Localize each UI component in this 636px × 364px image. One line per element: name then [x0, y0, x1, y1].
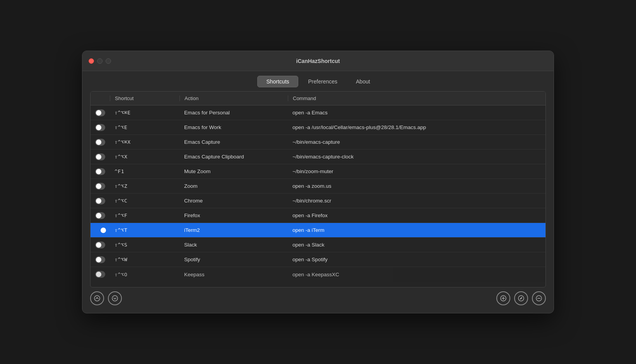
- title-bar: iCanHazShortcut: [82, 51, 554, 71]
- toggle-switch[interactable]: [95, 139, 105, 146]
- tab-preferences[interactable]: Preferences: [300, 76, 346, 87]
- tab-shortcuts[interactable]: Shortcuts: [257, 76, 298, 87]
- edit-button[interactable]: [514, 291, 528, 305]
- action-cell: Emacs Capture Clipboard: [180, 154, 288, 160]
- command-cell: open -a Emacs: [288, 110, 545, 116]
- command-cell: ~/bin/chrome.scr: [288, 198, 545, 204]
- tab-about[interactable]: About: [347, 76, 379, 87]
- toggle-knob: [96, 154, 101, 160]
- arrow-down-icon: [112, 295, 118, 301]
- command-cell: open -a /usr/local/Cellar/emacs-plus@28/…: [288, 124, 545, 130]
- toggle-switch[interactable]: [95, 242, 105, 248]
- shortcut-cell: ⇧^⌥Z: [110, 183, 180, 189]
- window-title: iCanHazShortcut: [296, 58, 340, 64]
- command-cell: open -a KeepassXC: [288, 272, 545, 277]
- svg-point-0: [94, 296, 100, 301]
- col-action: Action: [180, 95, 288, 101]
- maximize-button[interactable]: [106, 58, 111, 64]
- toggle-cell[interactable]: [91, 168, 110, 175]
- table-row[interactable]: ⇧^⌥F Firefox open -a Firefox: [91, 208, 545, 223]
- command-cell: open -a iTerm: [288, 227, 545, 233]
- tab-bar: Shortcuts Preferences About: [82, 71, 554, 91]
- action-cell: Slack: [180, 242, 288, 248]
- toggle-switch[interactable]: [95, 227, 105, 234]
- toggle-cell[interactable]: [91, 256, 110, 263]
- shortcut-cell: ⇧^⌥T: [110, 227, 180, 233]
- toggle-cell[interactable]: [91, 139, 110, 146]
- toggle-switch[interactable]: [95, 212, 105, 219]
- action-cell: iTerm2: [180, 227, 288, 233]
- toggle-knob: [101, 228, 106, 233]
- toggle-knob: [96, 242, 101, 248]
- move-down-button[interactable]: [108, 291, 122, 305]
- command-cell: open -a zoom.us: [288, 183, 545, 189]
- table-row[interactable]: ^F1 Mute Zoom ~/bin/zoom-muter: [91, 164, 545, 179]
- action-cell: Spotify: [180, 257, 288, 262]
- command-cell: open -a Firefox: [288, 213, 545, 218]
- action-cell: Chrome: [180, 198, 288, 204]
- close-button[interactable]: [89, 58, 94, 64]
- table-row[interactable]: ⇧^⌥T iTerm2 open -a iTerm: [91, 223, 545, 238]
- minus-icon: [536, 295, 542, 301]
- shortcut-cell: ⇧^⌥⌘X: [110, 139, 180, 145]
- toggle-cell[interactable]: [91, 183, 110, 190]
- toggle-switch[interactable]: [95, 183, 105, 190]
- table-row[interactable]: ⇧^⌥C Chrome ~/bin/chrome.scr: [91, 194, 545, 208]
- col-command: Command: [288, 95, 545, 101]
- command-cell: ~/bin/emacs-capture-clock: [288, 154, 545, 160]
- toggle-switch[interactable]: [95, 197, 105, 204]
- plus-icon: [500, 295, 506, 301]
- edit-icon: [518, 295, 524, 301]
- table-row[interactable]: ⇧^⌥Z Zoom open -a zoom.us: [91, 179, 545, 194]
- remove-button[interactable]: [532, 291, 546, 305]
- action-cell: Emacs Capture: [180, 139, 288, 145]
- col-shortcut: Shortcut: [110, 95, 180, 101]
- table-row[interactable]: ⇧^⌥⌘E Emacs for Personal open -a Emacs: [91, 105, 545, 120]
- action-cell: Mute Zoom: [180, 168, 288, 174]
- svg-point-5: [518, 296, 524, 301]
- table-body: ⇧^⌥⌘E Emacs for Personal open -a Emacs ⇧…: [91, 105, 545, 282]
- toggle-cell[interactable]: [91, 242, 110, 248]
- toggle-switch[interactable]: [95, 109, 105, 116]
- table-row[interactable]: ⇧^⌥X Emacs Capture Clipboard ~/bin/emacs…: [91, 150, 545, 164]
- toggle-knob: [96, 169, 101, 174]
- table-row[interactable]: ⇧^⌥⌘X Emacs Capture ~/bin/emacs-capture: [91, 135, 545, 150]
- svg-point-1: [112, 296, 118, 301]
- table-row[interactable]: ⇧^⌥E Emacs for Work open -a /usr/local/C…: [91, 120, 545, 135]
- toggle-switch[interactable]: [95, 124, 105, 131]
- bottom-bar: [90, 287, 546, 307]
- table-row[interactable]: ⇧^⌥O Keepass open -a KeepassXC: [91, 267, 545, 282]
- table-row[interactable]: ⇧^⌥W Spotify open -a Spotify: [91, 252, 545, 267]
- toggle-cell[interactable]: [91, 271, 110, 278]
- toggle-switch[interactable]: [95, 153, 105, 160]
- toggle-knob: [96, 198, 101, 204]
- command-cell: ~/bin/zoom-muter: [288, 168, 545, 174]
- content-area: Shortcut Action Command ⇧^⌥⌘E Emacs for …: [82, 91, 554, 313]
- move-buttons: [90, 291, 122, 305]
- toggle-switch[interactable]: [95, 271, 105, 278]
- toggle-cell[interactable]: [91, 124, 110, 131]
- minimize-button[interactable]: [97, 58, 103, 64]
- add-button[interactable]: [496, 291, 510, 305]
- table-header: Shortcut Action Command: [91, 92, 545, 105]
- toggle-cell[interactable]: [91, 197, 110, 204]
- action-cell: Emacs for Work: [180, 124, 288, 130]
- shortcut-cell: ⇧^⌥O: [110, 272, 180, 277]
- shortcut-cell: ⇧^⌥⌘E: [110, 110, 180, 116]
- toggle-cell[interactable]: [91, 109, 110, 116]
- command-cell: open -a Slack: [288, 242, 545, 248]
- main-window: iCanHazShortcut Shortcuts Preferences Ab…: [82, 51, 554, 313]
- table-row[interactable]: ⇧^⌥S Slack open -a Slack: [91, 238, 545, 252]
- shortcut-cell: ⇧^⌥W: [110, 257, 180, 262]
- move-up-button[interactable]: [90, 291, 104, 305]
- shortcut-cell: ⇧^⌥X: [110, 154, 180, 160]
- shortcut-cell: ⇧^⌥C: [110, 198, 180, 204]
- shortcut-cell: ⇧^⌥E: [110, 124, 180, 130]
- toggle-knob: [96, 184, 101, 189]
- toggle-cell[interactable]: [91, 212, 110, 219]
- shortcut-cell: ⇧^⌥S: [110, 242, 180, 248]
- toggle-cell[interactable]: [91, 227, 110, 234]
- toggle-switch[interactable]: [95, 168, 105, 175]
- toggle-switch[interactable]: [95, 256, 105, 263]
- toggle-cell[interactable]: [91, 153, 110, 160]
